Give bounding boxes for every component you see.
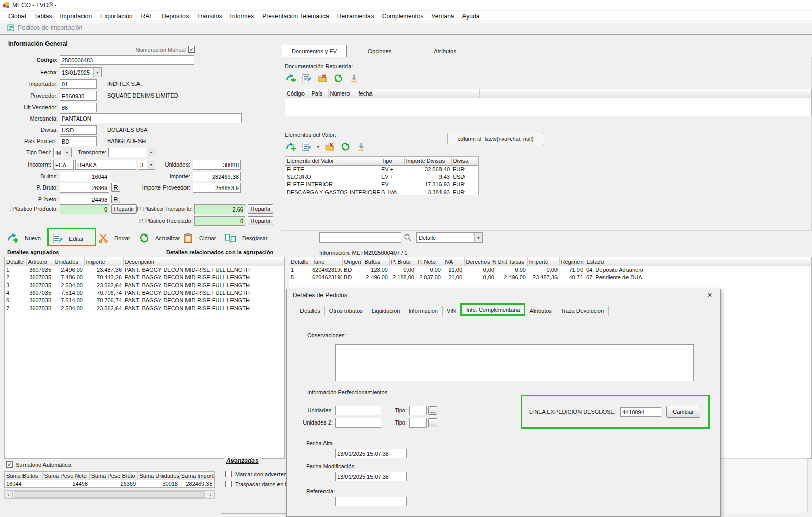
table-row[interactable]: 7 3607035 2.504,00 23.562,64 PANT. BAGGY… xyxy=(5,304,284,312)
ev-add-button[interactable] xyxy=(285,141,297,152)
table-row[interactable]: 3 3607035 2.504,00 23.562,64 PANT. BAGGY… xyxy=(5,281,284,289)
table-row[interactable]: 4 3607035 7.514,00 70.706,74 PANT. BAGGY… xyxy=(5,289,284,296)
desglosar-button[interactable]: Desglosar xyxy=(225,231,268,245)
doc-edit-button[interactable] xyxy=(300,73,313,84)
tipo-decl-combobox[interactable]: IM ▼ xyxy=(53,148,72,157)
tab-liquidacion[interactable]: Liquidación xyxy=(367,306,405,316)
bultos-input[interactable] xyxy=(60,172,109,181)
menu-item[interactable]: Presentación Telemática xyxy=(258,12,333,21)
table-row[interactable]: 1 6204623190 BD 128,00 0,00 0,00 21,00 0… xyxy=(289,266,811,273)
scroll-right-icon[interactable]: › xyxy=(206,491,214,498)
importador-input[interactable] xyxy=(60,79,97,89)
chevron-down-icon[interactable]: ▼ xyxy=(93,68,101,77)
sumatorio-checkbox[interactable]: ✓ xyxy=(6,461,13,468)
clonar-button[interactable]: Clonar xyxy=(183,231,216,245)
doc-refresh-button[interactable] xyxy=(332,73,344,84)
menu-item[interactable]: Tránsitos xyxy=(193,12,226,21)
tab-documentos-ev[interactable]: Documentos y EV xyxy=(282,45,347,57)
tab-opciones[interactable]: Opciones xyxy=(347,45,412,57)
unidades2-input[interactable] xyxy=(335,418,381,428)
tab-vin[interactable]: VIN xyxy=(443,306,460,316)
tab-atributos-dialog[interactable]: Atributos xyxy=(525,306,556,316)
cambiar-button[interactable]: Cambiar xyxy=(666,406,700,418)
marcar-checkbox[interactable] xyxy=(225,471,232,477)
linea-expedicion-input[interactable] xyxy=(620,407,661,417)
close-icon[interactable]: × xyxy=(704,291,716,300)
p-neto-r-button[interactable]: R xyxy=(111,195,120,203)
doc-download-button[interactable] xyxy=(348,73,360,84)
doc-delete-button[interactable] xyxy=(316,73,329,84)
menu-item[interactable]: Complementos xyxy=(378,12,428,21)
table-row[interactable]: 1 3607035 2.496,00 23.487,36 PANT. BAGGY… xyxy=(5,266,284,273)
referencia-input[interactable] xyxy=(335,497,407,506)
chevron-down-icon[interactable]: ▼ xyxy=(63,148,71,157)
repartir-transporte-button[interactable]: Repartir xyxy=(248,204,273,214)
pais-proced-input[interactable] xyxy=(60,136,97,146)
menu-item[interactable]: Importación xyxy=(56,12,96,21)
menu-item[interactable]: Global xyxy=(4,12,30,21)
incoterm-num-combobox[interactable]: 3 ▼ xyxy=(138,160,155,170)
ev-table-row[interactable]: FLETE EV + 32.068,40 EUR xyxy=(285,165,478,173)
ev-refresh-button[interactable] xyxy=(339,141,352,152)
menu-item[interactable]: Tablas xyxy=(30,12,56,21)
menu-item[interactable]: Ventana xyxy=(427,12,458,21)
search-input[interactable] xyxy=(319,232,401,243)
transporte-combobox[interactable]: ▼ xyxy=(108,148,155,157)
plastico-reciclado-input[interactable] xyxy=(194,216,245,226)
ult-vendedor-input[interactable] xyxy=(60,103,97,112)
tab-otros-tributos[interactable]: Otros tributos xyxy=(325,306,367,316)
p-bruto-input[interactable] xyxy=(60,183,109,193)
fecha-combobox[interactable]: 13/01/2025 ▼ xyxy=(60,67,102,77)
tab-detalles[interactable]: Detalles xyxy=(296,306,325,316)
fecha-alta-input[interactable] xyxy=(335,449,407,458)
tipo2-browse-button[interactable]: ... xyxy=(428,418,437,427)
menu-item[interactable]: Depósitos xyxy=(157,12,193,21)
proveedor-input[interactable] xyxy=(60,91,97,101)
view-combobox[interactable]: Detalle ▼ xyxy=(416,232,483,243)
fecha-modificacion-input[interactable] xyxy=(335,472,407,481)
tipo-browse-button[interactable]: ... xyxy=(428,406,437,415)
chevron-down-icon[interactable]: ▼ xyxy=(147,148,155,157)
importe-input[interactable] xyxy=(193,172,241,181)
traspasar-checkbox[interactable] xyxy=(225,481,232,487)
table-row[interactable]: 2 3607035 7.486,00 70.443,26 PANT. BAGGY… xyxy=(5,273,284,281)
editar-button[interactable]: Editar xyxy=(53,231,84,246)
menu-item[interactable]: RAE xyxy=(137,12,158,21)
ev-edit-button[interactable] xyxy=(300,141,313,152)
codigo-input[interactable] xyxy=(60,55,194,65)
ev-table-row[interactable]: FLETE INTERIOR EV - 17.316,93 EUR xyxy=(285,180,478,188)
tab-traza-devolucion[interactable]: Traza Devolución xyxy=(556,306,609,316)
table-row[interactable]: 5 6204623190 BD 2.496,00 2.188,00 2.037,… xyxy=(289,273,811,281)
search-button[interactable] xyxy=(404,233,412,243)
ev-delete-button[interactable] xyxy=(323,141,336,152)
tipo-input[interactable] xyxy=(409,406,427,415)
borrar-button[interactable]: Borrar xyxy=(98,231,130,245)
actualizar-button[interactable]: Actualizar xyxy=(139,231,180,245)
importe-proveedor-input[interactable] xyxy=(193,183,241,193)
divisa-input[interactable] xyxy=(60,125,97,135)
tab-informacion[interactable]: Información xyxy=(404,306,442,316)
scroll-left-icon[interactable]: ‹ xyxy=(5,491,13,498)
observaciones-textarea[interactable] xyxy=(335,344,694,381)
plastico-producto-input[interactable] xyxy=(60,204,109,214)
plastico-transporte-input[interactable] xyxy=(194,204,245,214)
menu-item[interactable]: Informes xyxy=(226,12,258,21)
chevron-down-icon[interactable]: ▼ xyxy=(474,233,482,242)
tab-info-complementaria[interactable]: Info. Complementaria xyxy=(460,303,525,316)
table-row[interactable]: 6 3607035 7.514,00 70.706,74 PANT. BAGGY… xyxy=(5,296,284,304)
tipo2-input[interactable] xyxy=(409,418,427,428)
p-neto-input[interactable] xyxy=(60,195,109,204)
p-bruto-r-button[interactable]: R xyxy=(111,183,120,192)
unidades-dialog-input[interactable] xyxy=(335,406,381,415)
horizontal-scrollbar[interactable]: ‹ › xyxy=(4,490,215,499)
ev-table-row[interactable]: DESCARGA Y GASTOS INTERIORES B. IVA 3.38… xyxy=(285,188,478,195)
numeracion-manual-checkbox[interactable]: ✓ xyxy=(188,46,195,53)
column-info-button[interactable]: column id_factv(nvarchar, null) xyxy=(447,133,544,145)
doc-add-button[interactable] xyxy=(285,73,297,84)
ev-download-button[interactable] xyxy=(355,141,367,152)
menu-item[interactable]: Ayuda xyxy=(458,12,484,21)
ev-table-row[interactable]: SEGURO EV + 9,43 USD xyxy=(285,173,478,180)
incoterm-input[interactable] xyxy=(53,160,74,170)
repartir-reciclado-button[interactable]: Repartir xyxy=(248,216,273,225)
incoterm-place-input[interactable] xyxy=(75,160,136,170)
